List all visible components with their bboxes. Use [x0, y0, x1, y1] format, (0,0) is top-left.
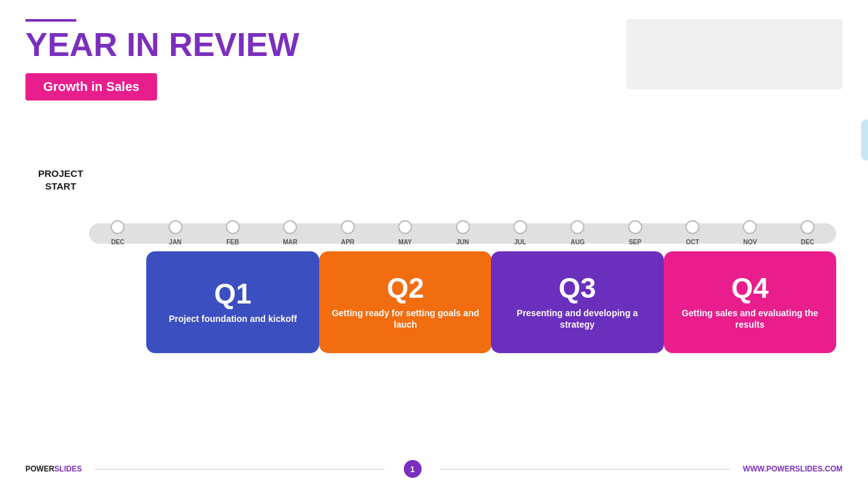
header-accent-line: [25, 19, 76, 22]
month-label-mar: MAR: [283, 239, 298, 246]
page: YEAR IN REVIEW Growth in Sales PROJECTST…: [0, 0, 868, 488]
month-label-sep: SEP: [629, 239, 642, 246]
month-dot-sep: [628, 220, 642, 234]
subtitle-badge: Growth in Sales: [25, 73, 157, 101]
month-dot-feb: [226, 220, 240, 234]
q4-desc: Getting sales and evaluating the results: [672, 307, 829, 330]
month-label-apr: APR: [341, 239, 354, 246]
month-dec2: DEC: [779, 220, 836, 247]
q2-desc: Getting ready for setting goals and lauc…: [327, 307, 484, 330]
month-aug: AUG: [549, 220, 606, 247]
footer-url: WWW.POWERSLIDES.COM: [743, 464, 843, 473]
brand-power: POWER: [25, 464, 54, 473]
month-dot-mar: [283, 220, 297, 234]
timeline-section: PROJECTSTART Foundation Foundation phase…: [25, 116, 843, 371]
q4-label: Q4: [731, 274, 769, 302]
quarter-q4: Q4 Getting sales and evaluating the resu…: [664, 251, 836, 353]
footer-brand: POWERSLIDES: [25, 464, 82, 473]
footer-page-number: 1: [404, 460, 422, 478]
month-dot-may: [398, 220, 412, 234]
q3-label: Q3: [559, 274, 596, 302]
q1-desc: Project foundation and kickoff: [169, 313, 296, 324]
quarters-row: Q1 Project foundation and kickoff Q2 Get…: [89, 251, 836, 356]
brand-slides: SLIDES: [54, 464, 81, 473]
month-oct: OCT: [664, 220, 721, 247]
quarter-q1: Q1 Project foundation and kickoff: [146, 251, 319, 353]
month-dot-aug: [570, 220, 584, 234]
footer: POWERSLIDES 1 WWW.POWERSLIDES.COM: [25, 460, 843, 478]
month-dot-jun: [456, 220, 470, 234]
month-dec1: DEC: [89, 220, 146, 247]
month-dot-dec2: [801, 220, 815, 234]
month-jan: JAN: [146, 220, 203, 247]
decorative-gray-box: [626, 19, 843, 89]
title-black: YEAR IN: [25, 26, 160, 63]
month-apr: APR: [319, 220, 376, 247]
month-may: MAY: [376, 220, 434, 247]
month-dot-dec1: [111, 220, 125, 234]
footer-line-left: [95, 469, 385, 470]
month-label-jul: JUL: [514, 239, 526, 246]
q2-label: Q2: [387, 274, 424, 302]
footer-line-right: [441, 469, 731, 470]
month-label-oct: OCT: [686, 239, 699, 246]
month-dot-nov: [743, 220, 757, 234]
month-label-nov: NOV: [743, 239, 757, 246]
month-nov: NOV: [721, 220, 778, 247]
month-label-dec2: DEC: [801, 239, 814, 246]
month-dot-jan: [169, 220, 183, 234]
month-sep: SEP: [607, 220, 664, 247]
month-label-dec1: DEC: [111, 239, 125, 246]
month-dot-apr: [341, 220, 355, 234]
q1-label: Q1: [214, 280, 252, 308]
month-dot-oct: [685, 220, 699, 234]
q3-desc: Presenting and developing a strategy: [499, 307, 656, 330]
month-label-aug: AUG: [570, 239, 584, 246]
month-mar: MAR: [261, 220, 319, 247]
quarter-q3: Q3 Presenting and developing a strategy: [491, 251, 663, 353]
month-label-jan: JAN: [169, 239, 182, 246]
project-start-label: PROJECTSTART: [38, 167, 83, 192]
month-jul: JUL: [492, 220, 549, 247]
month-label-feb: FEB: [226, 239, 239, 246]
month-dot-jul: [513, 220, 527, 234]
quarter-q2: Q2 Getting ready for setting goals and l…: [319, 251, 492, 353]
month-jun: JUN: [434, 220, 491, 247]
month-feb: FEB: [204, 220, 261, 247]
month-label-jun: JUN: [457, 239, 469, 246]
month-label-may: MAY: [398, 239, 411, 246]
title-purple: REVIEW: [169, 26, 299, 63]
months-row: DEC JAN FEB MAR APR MAY: [89, 220, 836, 247]
